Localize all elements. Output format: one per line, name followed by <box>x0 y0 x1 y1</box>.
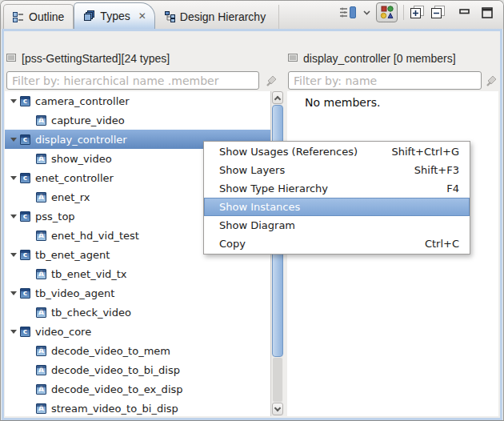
left-filter-input[interactable] <box>6 71 259 90</box>
menu-item-label: Show Instances <box>219 201 300 213</box>
type-icon: c <box>20 250 30 260</box>
menu-item-label: Show Type Hierarchy <box>219 182 328 194</box>
expand-arrow-icon[interactable] <box>7 176 20 180</box>
tree-item-label: decode_video_to_ex_disp <box>51 383 183 395</box>
tree-item-label: stream_video_to_bi_disp <box>51 403 178 415</box>
tree-item-label: enet_hd_vid_test <box>51 230 139 242</box>
expand-arrow-icon[interactable] <box>23 407 36 411</box>
minimize-button[interactable] <box>459 7 470 18</box>
type-icon: A <box>36 154 46 164</box>
tab-outline-label: Outline <box>29 10 64 23</box>
type-icon: c <box>20 211 30 222</box>
context-menu-item[interactable]: Show Usages (References) Shift+Ctrl+G <box>204 142 470 161</box>
tab-outline[interactable]: Outline <box>3 4 74 29</box>
tree-row[interactable]: A decode_video_to_ex_disp <box>5 379 283 399</box>
view-menu-chevron-icon[interactable] <box>363 10 370 15</box>
tab-types[interactable]: Types ✕ <box>74 2 154 29</box>
chevron-down-icon <box>274 404 281 411</box>
scroll-up-button[interactable] <box>272 91 283 104</box>
expand-arrow-icon[interactable] <box>7 291 20 295</box>
expand-arrow-icon[interactable] <box>23 311 36 315</box>
filter-types-toggle[interactable] <box>376 2 398 22</box>
outline-icon <box>13 11 24 22</box>
expand-arrow-icon[interactable] <box>23 387 36 391</box>
tree-item-label: pss_top <box>35 210 75 223</box>
types-view-window: Outline Types ✕ Desig <box>0 0 504 421</box>
menu-item-label: Copy <box>219 238 246 250</box>
type-icon: c <box>20 96 30 106</box>
tree-row[interactable]: A tb_check_video <box>5 303 283 322</box>
tree-item-label: display_controller <box>35 134 127 146</box>
collapse-all-icon[interactable] <box>430 6 446 19</box>
design-hierarchy-icon <box>164 11 175 22</box>
tree-row[interactable]: A decode_video_to_mem <box>5 341 283 360</box>
right-panel-title: display_controller [0 members] <box>303 52 456 65</box>
context-menu-item[interactable]: Show Layers Shift+F3 <box>204 161 470 179</box>
expand-arrow-icon[interactable] <box>23 195 36 199</box>
tree-item-label: decode_video_to_mem <box>51 345 170 357</box>
type-icon: A <box>36 231 46 241</box>
expand-arrow-icon[interactable] <box>7 215 20 219</box>
left-panel-title: [pss-GettingStarted][24 types] <box>22 52 170 65</box>
tree-item-label: camera_controller <box>35 95 130 107</box>
tree-row[interactable]: c video_core <box>5 322 283 341</box>
tree-row[interactable]: A tb_enet_vid_tx <box>5 264 283 283</box>
window-buttons <box>459 7 494 18</box>
tree-row[interactable]: A capture_video <box>5 110 283 130</box>
expand-arrow-icon[interactable] <box>23 234 36 238</box>
tree-item-label: capture_video <box>51 114 125 126</box>
right-panel-header: display_controller [0 members] <box>288 51 456 66</box>
type-icon: c <box>20 327 30 337</box>
context-menu-item[interactable]: Show Instances <box>204 198 470 216</box>
view-toolbar <box>340 2 503 22</box>
menu-item-shortcut: Shift+F3 <box>414 164 459 176</box>
tab-design-hierarchy[interactable]: Design Hierarchy <box>155 5 279 29</box>
context-menu: Show Usages (References) Shift+Ctrl+G Sh… <box>203 141 470 255</box>
context-menu-item[interactable]: Show Type Hierarchy F4 <box>204 179 470 198</box>
menu-item-label: Show Layers <box>219 164 285 176</box>
maximize-button[interactable] <box>482 7 494 18</box>
expand-arrow-icon[interactable] <box>23 368 36 372</box>
tree-item-label: tb_enet_agent <box>35 249 110 261</box>
expand-arrow-icon[interactable] <box>23 157 36 161</box>
tree-row[interactable]: A decode_video_to_bi_disp <box>5 360 283 379</box>
context-menu-item[interactable]: Show Diagram <box>204 216 470 235</box>
tree-item-label: decode_video_to_bi_disp <box>51 364 180 376</box>
right-filter-input[interactable] <box>288 71 482 90</box>
tree-item-label: video_core <box>35 326 91 338</box>
members-list-icon <box>288 52 298 65</box>
type-icon: c <box>20 288 30 299</box>
tree-item-label: show_video <box>51 153 112 165</box>
expand-arrow-icon[interactable] <box>7 330 20 334</box>
context-menu-item[interactable]: Copy Ctrl+C <box>204 235 470 253</box>
tree-item-label: enet_rx <box>51 191 90 203</box>
scrollbar-track[interactable] <box>273 358 282 402</box>
tree-row[interactable]: c tb_video_agent <box>5 283 283 303</box>
menu-item-shortcut: F4 <box>446 182 459 194</box>
expand-arrow-icon[interactable] <box>7 253 20 257</box>
expand-arrow-icon[interactable] <box>23 272 36 276</box>
expand-arrow-icon[interactable] <box>7 99 20 103</box>
type-icon: A <box>36 403 46 414</box>
tabbar: Outline Types ✕ Desig <box>1 1 503 29</box>
type-icon: A <box>36 384 46 395</box>
left-clear-filter-icon[interactable] <box>265 74 279 87</box>
menu-item-label: Show Diagram <box>219 219 295 231</box>
view-menu-icon[interactable] <box>340 6 358 19</box>
tab-design-hierarchy-label: Design Hierarchy <box>180 10 266 23</box>
type-icon: c <box>20 173 30 183</box>
menu-item-shortcut: Shift+Ctrl+G <box>391 146 459 158</box>
expand-arrow-icon[interactable] <box>7 138 20 142</box>
expand-arrow-icon[interactable] <box>23 118 36 122</box>
toolbar-separator <box>403 5 404 20</box>
expand-all-icon[interactable] <box>410 6 425 19</box>
expand-arrow-icon[interactable] <box>23 349 36 353</box>
tree-row[interactable]: A stream_video_to_bi_disp <box>5 399 283 416</box>
right-clear-filter-icon[interactable] <box>485 74 499 87</box>
scroll-down-button[interactable] <box>272 403 283 415</box>
tab-close-icon[interactable]: ✕ <box>138 10 146 22</box>
tree-row[interactable]: c camera_controller <box>5 91 283 110</box>
types-list-icon <box>6 52 16 65</box>
tree-item-label: enet_controller <box>35 172 114 184</box>
type-icon: A <box>36 192 46 202</box>
